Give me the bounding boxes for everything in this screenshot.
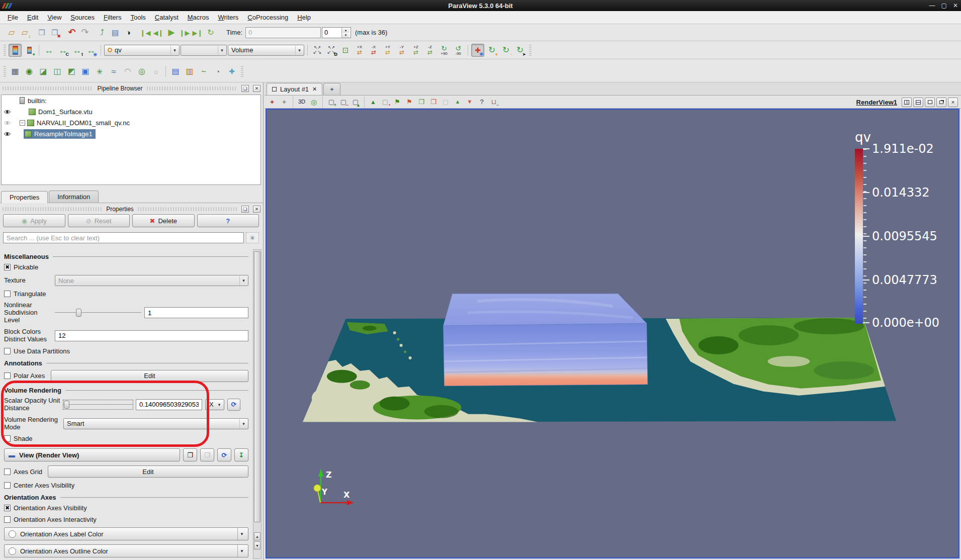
minimize-window-icon[interactable]: — (929, 2, 935, 9)
shrink-selection-icon[interactable]: ▼ (464, 97, 475, 108)
triangulate-checkbox[interactable] (4, 291, 11, 297)
reset-opacity-refresh-icon[interactable]: ⟳ (227, 399, 240, 411)
vcr-next-frame-button[interactable]: ❙▶ (178, 26, 191, 39)
color-palette-button[interactable]: ◑ (122, 26, 135, 39)
menu-sources[interactable]: Sources (66, 12, 99, 23)
properties-scrollbar[interactable]: ▲ ▼ (253, 249, 261, 559)
paste-view-settings-icon[interactable]: ❒ (200, 448, 214, 461)
redo-button[interactable]: ↷ (78, 26, 92, 39)
volume-rendering-mode-combo[interactable]: Smart ▾ (63, 418, 248, 429)
vcr-first-frame-button[interactable]: ❙◀ (139, 26, 152, 39)
polar-axes-edit-button[interactable]: Edit (51, 370, 248, 382)
select-cells-rectangle-icon[interactable]: ▢+ (326, 97, 337, 108)
camera-plus-x-button[interactable]: +X⇄ (353, 44, 366, 57)
slice-filter-icon[interactable]: ◫ (51, 65, 64, 78)
camera-plus-z-button[interactable]: +Z⇄ (409, 44, 422, 57)
animation-view-button[interactable]: ▤ (109, 26, 122, 39)
camera-minus-z-button[interactable]: -Z⇄ (423, 44, 436, 57)
render-viewport[interactable]: qv 1.911e-02 0.014332 0.0095545 0.004777… (266, 109, 959, 558)
menu-writers[interactable]: Writers (213, 12, 243, 23)
rescale-to-visible-range-button[interactable]: ↔◉ (84, 44, 98, 57)
menu-catalyst[interactable]: Catalyst (150, 12, 183, 23)
apply-button[interactable]: ◉ Apply (3, 214, 65, 227)
pipeline-item-builtin[interactable]: builtin: (2, 95, 260, 106)
probe-location-icon[interactable]: ✚ (225, 65, 238, 78)
group-datasets-filter-icon[interactable]: ◎ (135, 65, 148, 78)
contour-filter-icon[interactable]: ◉ (23, 65, 36, 78)
context-help-icon[interactable]: ? (476, 97, 487, 108)
extract-level-filter-icon[interactable]: ○ (149, 65, 162, 78)
open-file-button[interactable]: ▱ (5, 26, 18, 39)
component-combo[interactable]: ▾ (181, 45, 227, 56)
menu-file[interactable]: File (3, 12, 23, 23)
interactive-select-points-icon[interactable]: ▢• (380, 97, 391, 108)
rotate-90-counterclockwise-button[interactable]: ↺-90 (452, 44, 465, 57)
connect-server-button[interactable]: ❒ (35, 26, 48, 39)
spin-up-icon[interactable]: ▴ (342, 28, 350, 33)
use-data-partitions-checkbox[interactable] (4, 348, 11, 354)
histogram-view-icon[interactable]: ▥ (183, 65, 196, 78)
view-render-view-header[interactable]: ▬ View (Render View) (4, 448, 180, 461)
reset-button[interactable]: ⊘ Reset (68, 214, 130, 227)
grow-selection-icon[interactable]: ▲ (452, 97, 463, 108)
block-colors-value[interactable] (55, 330, 248, 341)
center-axes-checkbox[interactable] (4, 482, 11, 489)
edit-color-map-button[interactable]: ● (23, 44, 36, 57)
vcr-loop-button[interactable]: ↻ (204, 26, 217, 39)
rotate-90-clockwise-button[interactable]: ↻+90 (438, 44, 451, 57)
maximize-view-icon[interactable] (925, 98, 935, 107)
representation-combo[interactable]: Volume ▾ (228, 45, 304, 56)
warp-filter-icon[interactable]: ◠ (121, 65, 134, 78)
visibility-eye-icon[interactable] (2, 120, 13, 126)
search-input[interactable] (3, 232, 244, 243)
threshold-filter-icon[interactable]: ◩ (65, 65, 78, 78)
color-array-combo[interactable]: qv ▾ (104, 45, 180, 56)
link-camera-icon[interactable]: ✦ (279, 97, 290, 108)
reset-session-button[interactable]: ⤴ (96, 26, 109, 39)
tree-expander-icon[interactable]: − (20, 120, 25, 126)
menu-coprocessing[interactable]: CoProcessing (243, 12, 293, 23)
hover-points-icon[interactable]: ⚑ (404, 97, 415, 108)
select-block-points-icon[interactable]: ❒ (428, 97, 439, 108)
layout-tab[interactable]: Layout #1 ✕ (267, 83, 322, 95)
split-view-vertical-icon[interactable] (902, 98, 912, 107)
vcr-play-button[interactable]: ▶ (165, 26, 178, 39)
rescale-to-temporal-range-button[interactable]: ↔t (70, 44, 83, 57)
rotate-about-center-button[interactable]: ↻● (485, 44, 498, 57)
clip-filter-icon[interactable]: ◪ (37, 65, 50, 78)
split-view-horizontal-icon[interactable] (913, 98, 923, 107)
tab-properties[interactable]: Properties (1, 191, 48, 203)
adjust-camera-icon[interactable]: ✦ (267, 97, 278, 108)
axes-grid-edit-button[interactable]: Edit (48, 465, 248, 478)
zoom-to-selection-icon[interactable]: ▢ (440, 97, 451, 108)
close-view-icon[interactable]: × (948, 98, 958, 107)
scalar-opacity-slider[interactable] (63, 400, 133, 409)
hover-cells-icon[interactable]: ⚑ (392, 97, 403, 108)
menu-tools[interactable]: Tools (126, 12, 150, 23)
menu-view[interactable]: View (43, 12, 66, 23)
nonlinear-subdivision-value[interactable] (144, 307, 248, 318)
pick-center-button[interactable]: ↻◦ (499, 44, 512, 57)
camera-plus-y-button[interactable]: +Y⇄ (381, 44, 394, 57)
camera-minus-x-button[interactable]: -X⇄ (367, 44, 380, 57)
polar-axes-checkbox[interactable] (4, 372, 11, 379)
close-window-icon[interactable]: ✕ (953, 2, 958, 9)
shade-checkbox[interactable] (4, 435, 11, 442)
capture-view-icon[interactable]: ◎ (308, 97, 319, 108)
chevron-down-icon[interactable]: ▾ (237, 528, 246, 540)
stream-tracer-filter-icon[interactable]: ≈ (107, 65, 120, 78)
frame-spinbox-input[interactable] (322, 28, 341, 38)
select-cells-polygon-icon[interactable]: ▢▲ (350, 97, 361, 108)
tab-information[interactable]: Information (49, 191, 99, 203)
texture-combo[interactable]: None ▾ (55, 275, 248, 286)
plot-selection-icon[interactable]: ◔ (211, 65, 224, 78)
frame-spinbox[interactable]: ▴ ▾ (322, 27, 351, 38)
reset-camera-closest-button[interactable]: ↖↗↙↘D (325, 44, 338, 57)
maximize-window-icon[interactable]: ▢ (941, 2, 947, 9)
close-dock-icon[interactable]: ✕ (253, 206, 260, 213)
help-button[interactable]: ? (197, 214, 259, 227)
pipeline-item-dom1-surface[interactable]: Dom1_Surface.vtu (2, 106, 260, 117)
search-options-gear-icon[interactable]: ✳ (246, 232, 259, 243)
save-view-settings-icon[interactable]: ↧ (234, 448, 248, 461)
nonlinear-subdivision-slider[interactable] (55, 308, 141, 317)
